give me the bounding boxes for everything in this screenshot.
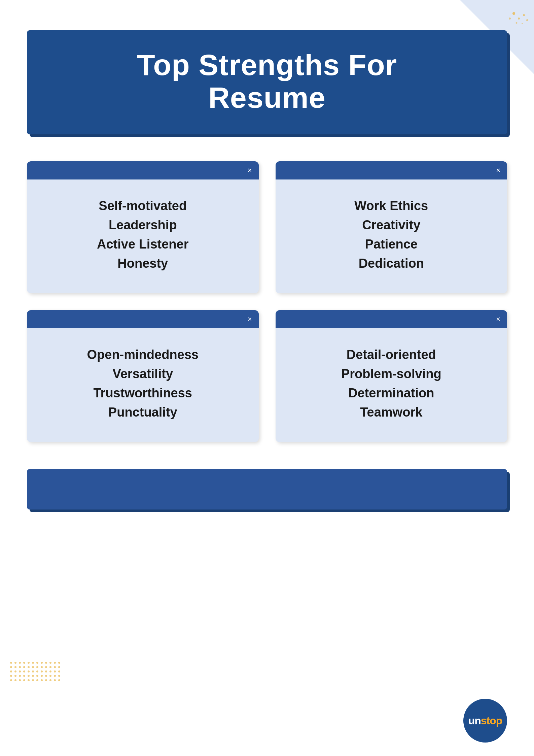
card-3-header: × <box>27 310 259 328</box>
card-1-item-2: Leadership <box>37 216 249 235</box>
card-3-item-3: Trustworthiness <box>37 384 249 403</box>
svg-point-2 <box>518 18 520 20</box>
unstop-logo: unstop <box>463 699 507 743</box>
card-4-body: Detail-oriented Problem-solving Determin… <box>276 328 507 442</box>
card-3-item-4: Punctuality <box>37 403 249 422</box>
card-1: × Self-motivated Leadership Active Liste… <box>27 161 259 293</box>
svg-point-7 <box>526 19 528 21</box>
card-2-close-button[interactable]: × <box>496 167 500 174</box>
card-4: × Detail-oriented Problem-solving Determ… <box>276 310 507 442</box>
svg-point-1 <box>512 12 515 15</box>
card-4-close-button[interactable]: × <box>496 316 500 323</box>
cards-grid: × Self-motivated Leadership Active Liste… <box>27 161 507 442</box>
card-3-item-1: Open-mindedness <box>37 345 249 364</box>
card-2-body: Work Ethics Creativity Patience Dedicati… <box>276 179 507 293</box>
card-3-close-button[interactable]: × <box>248 316 252 323</box>
card-2-item-1: Work Ethics <box>286 196 497 216</box>
card-3-body: Open-mindedness Versatility Trustworthin… <box>27 328 259 442</box>
card-1-close-button[interactable]: × <box>248 167 252 174</box>
card-2-item-4: Dedication <box>286 254 497 273</box>
card-4-item-4: Teamwork <box>286 403 497 422</box>
card-2: × Work Ethics Creativity Patience Dedica… <box>276 161 507 293</box>
header-banner: Top Strengths For Resume <box>27 30 507 134</box>
unstop-logo-text: unstop <box>468 715 502 727</box>
card-4-item-2: Problem-solving <box>286 364 497 384</box>
card-3: × Open-mindedness Versatility Trustworth… <box>27 310 259 442</box>
card-2-item-2: Creativity <box>286 216 497 235</box>
card-1-item-3: Active Listener <box>37 235 249 254</box>
card-4-item-3: Determination <box>286 384 497 403</box>
footer-banner <box>27 469 507 510</box>
card-2-item-3: Patience <box>286 235 497 254</box>
page-title: Top Strengths For Resume <box>47 49 487 114</box>
decoration-dots <box>10 662 57 689</box>
unstop-logo-circle: unstop <box>463 699 507 743</box>
card-4-header: × <box>276 310 507 328</box>
card-1-body: Self-motivated Leadership Active Listene… <box>27 179 259 293</box>
card-4-item-1: Detail-oriented <box>286 345 497 364</box>
card-2-header: × <box>276 161 507 179</box>
svg-point-4 <box>523 14 525 16</box>
svg-point-5 <box>516 22 518 24</box>
card-1-header: × <box>27 161 259 179</box>
card-1-item-1: Self-motivated <box>37 196 249 216</box>
card-3-item-2: Versatility <box>37 364 249 384</box>
card-1-item-4: Honesty <box>37 254 249 273</box>
svg-point-6 <box>522 23 523 24</box>
svg-point-3 <box>509 18 511 20</box>
